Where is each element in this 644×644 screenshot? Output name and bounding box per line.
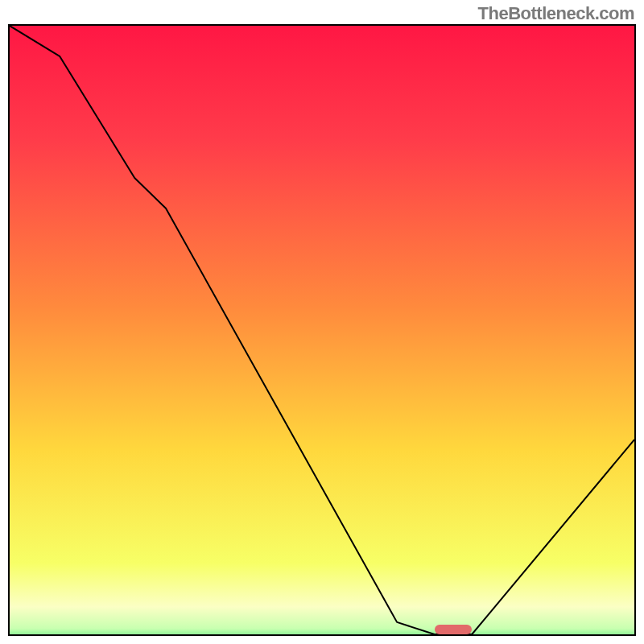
optimum-marker: [435, 625, 473, 634]
bottleneck-curve: [10, 26, 634, 634]
watermark-text: TheBottleneck.com: [478, 3, 634, 24]
chart-frame: [8, 24, 636, 636]
